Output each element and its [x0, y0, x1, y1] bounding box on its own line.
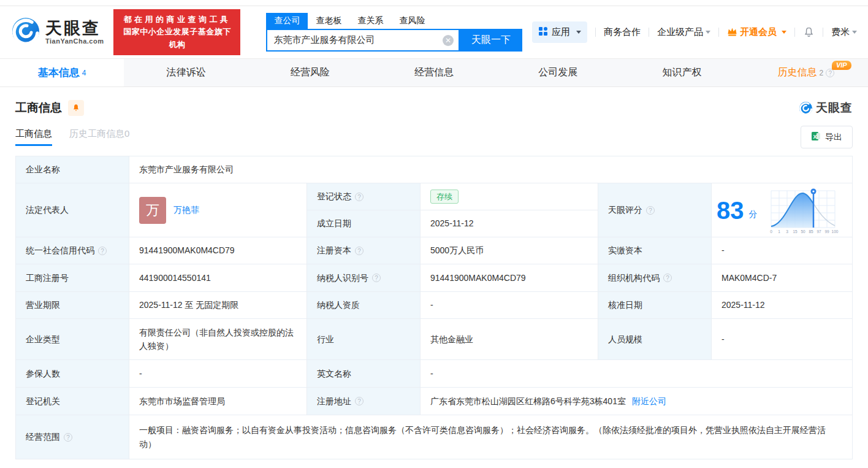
- svg-text:85: 85: [809, 229, 813, 234]
- promo-banner[interactable]: 都在用的商业查询工具 国家中小企业发展子基金旗下机构: [113, 9, 240, 55]
- insured-count-label: 参保人数: [16, 360, 129, 388]
- search-tab-relation[interactable]: 查关系: [349, 13, 391, 29]
- legal-rep-name-link[interactable]: 万艳菲: [173, 203, 199, 217]
- membership-label: 开通会员: [740, 26, 777, 38]
- tianyancha-logo[interactable]: 天眼查 TianYanCha.com: [11, 17, 104, 48]
- chevron-down-icon: [852, 31, 857, 34]
- enterprise-products-menu[interactable]: 企业级产品: [657, 26, 710, 38]
- reg-address-label-text: 注册地址: [317, 394, 351, 408]
- search-button[interactable]: 天眼一下: [460, 29, 522, 52]
- crown-icon: [727, 27, 737, 38]
- search-input[interactable]: [267, 30, 459, 50]
- reg-status-label-text: 登记状态: [317, 190, 351, 203]
- svg-text:15: 15: [793, 229, 798, 234]
- approval-date-label: 核准日期: [598, 292, 712, 319]
- help-icon[interactable]: [355, 397, 364, 405]
- english-name-label: 英文名称: [307, 360, 421, 388]
- taxpayer-id-label-text: 纳税人识别号: [317, 271, 368, 285]
- help-icon[interactable]: [64, 433, 72, 442]
- status-badge: 存续: [430, 190, 459, 204]
- svg-text:97: 97: [817, 229, 821, 234]
- apps-menu-button[interactable]: 应用: [532, 21, 587, 43]
- tab-operating-risk[interactable]: 经营风险: [248, 59, 372, 86]
- reg-authority-label: 登记机关: [16, 388, 129, 415]
- help-icon[interactable]: [372, 274, 381, 282]
- chevron-down-icon: [782, 31, 786, 34]
- score-number: 83: [717, 198, 744, 223]
- promo-line1: 都在用的商业查询工具: [120, 13, 234, 26]
- tab-label: 法律诉讼: [166, 66, 205, 79]
- company-type-label: 企业类型: [16, 319, 129, 360]
- notifications-bell-icon[interactable]: [803, 26, 815, 38]
- score-value: 83 分 0 1 3 15: [712, 183, 853, 237]
- company-name-label: 企业名称: [16, 156, 129, 183]
- staff-size-label: 人员规模: [598, 319, 712, 360]
- vip-badge: VIP: [832, 61, 851, 70]
- svg-text:50: 50: [801, 229, 805, 234]
- open-membership-button[interactable]: 开通会员: [727, 26, 786, 38]
- help-icon[interactable]: [663, 274, 672, 282]
- clear-search-icon[interactable]: ✕: [443, 35, 454, 46]
- paid-capital-label: 实缴资本: [598, 237, 712, 264]
- reg-number-label: 工商注册号: [16, 264, 129, 292]
- help-icon[interactable]: [98, 247, 107, 255]
- section-title: 工商信息: [15, 100, 62, 116]
- nearby-companies-link[interactable]: 附近公司: [632, 394, 666, 408]
- svg-text:1: 1: [778, 229, 780, 234]
- reg-address-value: 广东省东莞市松山湖园区红棉路6号科学苑3栋401室 附近公司: [421, 388, 853, 415]
- help-icon[interactable]: [646, 206, 655, 215]
- username: 费米: [831, 26, 850, 38]
- reg-capital-value: 5000万人民币: [421, 237, 598, 264]
- subtab-business-info[interactable]: 工商信息: [15, 128, 52, 146]
- chevron-down-icon: [706, 31, 710, 34]
- avatar[interactable]: 万: [139, 197, 166, 224]
- tab-company-development[interactable]: 公司发展: [496, 59, 620, 86]
- tab-basic-info-label: 基本信息: [38, 66, 80, 80]
- promo-line2: 国家中小企业发展子基金旗下机构: [120, 26, 234, 50]
- svg-text:99: 99: [824, 229, 829, 234]
- tab-history-info[interactable]: VIP 历史信息 2: [744, 59, 868, 86]
- help-icon[interactable]: [355, 247, 364, 255]
- industry-label: 行业: [307, 319, 421, 360]
- org-code-label-text: 组织机构代码: [608, 271, 660, 285]
- subscribe-bell-icon[interactable]: [68, 100, 84, 116]
- tab-history-count: 2: [819, 69, 823, 77]
- divider: [595, 28, 596, 37]
- english-name-value: -: [421, 360, 853, 388]
- apps-label: 应用: [552, 26, 570, 38]
- enterprise-products-label: 企业级产品: [657, 26, 703, 38]
- business-cooperation-link[interactable]: 商务合作: [604, 26, 641, 38]
- tianyancha-logo-icon: [11, 17, 40, 48]
- taxpayer-quality-label: 纳税人资质: [307, 292, 421, 319]
- export-button[interactable]: X 导出: [801, 126, 853, 148]
- taxpayer-quality-value: -: [421, 292, 598, 319]
- legal-rep-value: 万 万艳菲: [129, 183, 307, 237]
- company-type-value: 有限责任公司（非自然人投资或控股的法人独资）: [129, 319, 307, 360]
- svg-text:0: 0: [770, 229, 772, 234]
- org-code-value: MAK0M4CD-7: [712, 264, 853, 292]
- help-icon[interactable]: [355, 193, 364, 201]
- tab-operating-info[interactable]: 经营信息: [372, 59, 496, 86]
- site-header: 天眼查 TianYanCha.com 都在用的商业查询工具 国家中小企业发展子基…: [0, 6, 868, 58]
- tab-legal-litigation[interactable]: 法律诉讼: [124, 59, 248, 86]
- tab-basic-info[interactable]: 基本信息 4: [0, 59, 124, 86]
- brand-name: 天眼查: [45, 20, 104, 37]
- approval-date-value: 2025-11-12: [712, 292, 853, 319]
- tab-intellectual-property[interactable]: 知识产权: [620, 59, 744, 86]
- subtab-history-business-info[interactable]: 历史工商信息0: [69, 128, 129, 146]
- tab-label: 知识产权: [663, 66, 702, 79]
- search-tab-boss[interactable]: 查老板: [308, 13, 349, 29]
- search-tab-company[interactable]: 查公司: [266, 13, 308, 29]
- search-tab-risk[interactable]: 查风险: [391, 13, 433, 29]
- business-info-table: 企业名称 东莞市产业服务有限公司 法定代表人 万 万艳菲 登记状态 存续 成立日…: [15, 156, 853, 459]
- divider: [823, 28, 823, 37]
- score-label-text: 天眼评分: [608, 203, 642, 217]
- user-account-menu[interactable]: 费米: [831, 26, 857, 38]
- insured-count-value: -: [129, 360, 307, 388]
- export-label: 导出: [825, 132, 842, 143]
- reg-number-value: 441900014550141: [129, 264, 307, 292]
- chevron-down-icon: [576, 31, 581, 34]
- brand-domain: TianYanCha.com: [45, 37, 104, 45]
- business-term-value: 2025-11-12 至 无固定期限: [129, 292, 307, 319]
- industry-value: 其他金融业: [421, 319, 598, 360]
